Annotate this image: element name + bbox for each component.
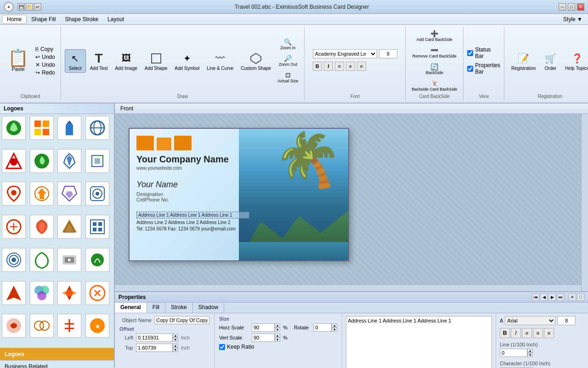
logo-cell-26[interactable] (30, 314, 54, 338)
tab-general[interactable]: General (115, 303, 147, 313)
custom-shape-button[interactable]: Custom Shape (237, 49, 274, 73)
line-spinner-down[interactable]: ▼ (527, 353, 533, 357)
logo-cell-27[interactable] (57, 314, 81, 338)
line-spinner-up[interactable]: ▲ (527, 349, 533, 353)
text-editor[interactable]: Address Line 1 Address Line 1 Address Li… (346, 316, 492, 368)
prop-font-size[interactable] (557, 316, 576, 325)
card-company-name[interactable]: Your Company Name (136, 154, 249, 165)
properties-bar-checkbox[interactable] (467, 66, 473, 72)
undo-button[interactable]: ↩ Undo (34, 53, 57, 61)
align-center-button[interactable]: ≡ (346, 62, 355, 71)
select-button[interactable]: ↖ Select (65, 49, 86, 73)
prop-font-select[interactable]: Arial (505, 316, 555, 325)
tab-fill[interactable]: Fill (147, 303, 165, 313)
logo-cell-9[interactable] (2, 182, 26, 206)
logo-cell-22[interactable] (30, 281, 54, 305)
logo-cell-15[interactable] (57, 215, 81, 239)
horz-spinner-down[interactable]: ▼ (275, 328, 280, 332)
maximize-btn[interactable]: □ (568, 3, 575, 11)
card-address2[interactable]: Address Line 2 Address Line 2 Address Li… (136, 220, 249, 225)
logo-cell-5[interactable] (2, 149, 26, 173)
left-spinner-up[interactable]: ▲ (173, 334, 178, 338)
align-right-button[interactable]: ≡ (357, 62, 366, 71)
registration-button[interactable]: 📝 Registration (508, 49, 539, 73)
top-offset-input[interactable] (136, 344, 173, 352)
card-contact[interactable]: Tel: 1234 5678 Fax: 1234 5679 your@email… (136, 226, 249, 231)
menu-layout[interactable]: Layout (103, 15, 129, 23)
logo-cell-3[interactable] (57, 116, 81, 140)
rotate-spinner-up[interactable]: ▲ (332, 323, 337, 328)
left-offset-input[interactable] (136, 334, 173, 342)
logo-cell-4[interactable] (85, 116, 109, 140)
menu-shape-fill[interactable]: Shape Fill (27, 15, 60, 23)
prop-close[interactable]: ✕ (569, 293, 576, 301)
prop-nav-first[interactable]: ⏮ (532, 293, 539, 301)
prop-align-center-btn[interactable]: ≡ (533, 328, 543, 338)
line-spacing-input[interactable] (500, 349, 527, 357)
paste-button[interactable]: 📋 Paste (4, 47, 33, 74)
prop-align-right-btn[interactable]: ≡ (544, 328, 554, 338)
quick-access-btn[interactable]: 📂 (26, 3, 33, 11)
card-website[interactable]: www.yourwebsite.com (136, 166, 249, 171)
vert-spinner-up[interactable]: ▲ (275, 334, 280, 338)
minimize-btn[interactable]: ─ (559, 3, 566, 11)
logo-cell-2[interactable] (30, 116, 54, 140)
object-name-input[interactable] (154, 316, 209, 324)
italic-button[interactable]: I (324, 62, 333, 71)
font-name-select[interactable]: Academy Engraved Le (313, 49, 377, 58)
add-card-backside-button[interactable]: ➕ Add Card BackSide (409, 29, 459, 43)
horz-scale-input[interactable] (252, 323, 275, 332)
style-dropdown[interactable]: Style ▼ (560, 15, 586, 23)
logo-cell-21[interactable] (2, 281, 26, 305)
horz-spinner-up[interactable]: ▲ (275, 323, 280, 328)
add-shape-button[interactable]: Add Shape (141, 49, 171, 73)
prop-float[interactable]: □ (577, 293, 584, 301)
quick-access-save[interactable]: 💾 (17, 3, 25, 11)
logo-cell-24[interactable] (85, 281, 109, 305)
keep-ratio-label[interactable]: Keep Ratio (219, 344, 254, 350)
backside-card-button[interactable]: 🃏 Backside Card BackSide (409, 78, 459, 93)
logo-cell-8[interactable] (85, 149, 109, 173)
redo-button[interactable]: ↪ Redo (34, 69, 57, 76)
add-symbol-button[interactable]: ✦ Add Symbol (171, 49, 203, 73)
logo-cell-11[interactable] (57, 182, 81, 206)
delete-button[interactable]: ✕ Undo (34, 61, 57, 69)
remove-card-backside-button[interactable]: ➖ Remove Card BackSide (409, 45, 459, 60)
add-image-button[interactable]: 🖼 Add Image (112, 49, 140, 73)
left-spinner-down[interactable]: ▼ (173, 338, 178, 342)
vert-scale-input[interactable] (252, 334, 275, 342)
logo-cell-18[interactable] (30, 248, 54, 272)
vertical-scrollbar[interactable] (581, 114, 588, 291)
status-bar-checkbox-row[interactable]: Status Bar (467, 46, 500, 59)
horizontal-scrollbar[interactable] (115, 284, 581, 291)
logo-cell-28[interactable]: ★ (85, 314, 109, 338)
top-spinner-up[interactable]: ▲ (173, 344, 178, 348)
tab-shadow[interactable]: Shadow (193, 303, 224, 313)
status-bar-checkbox[interactable] (467, 50, 473, 56)
menu-home[interactable]: Home (2, 15, 27, 24)
zoom-out-button[interactable]: 🔎 Zoom Out (275, 53, 300, 68)
business-card[interactable]: 🌴 Your Company Name www.yourwebsite.com … (129, 128, 349, 261)
menu-shape-stroke[interactable]: Shape Stroke (60, 15, 103, 23)
logo-cell-25[interactable] (2, 314, 26, 338)
prop-align-left-btn[interactable]: ≡ (522, 328, 532, 338)
card-address1[interactable]: Address Line 1 Address Line 1 Address Li… (136, 212, 249, 218)
card-name[interactable]: Your Name (136, 180, 249, 190)
logo-cell-12[interactable] (85, 182, 109, 206)
card-phone[interactable]: CellPhone No. (136, 197, 249, 202)
logo-cell-16[interactable] (85, 215, 109, 239)
canvas-scroll[interactable]: 🌴 Your Company Name www.yourwebsite.com … (115, 114, 588, 291)
sidebar-nav-business[interactable]: Business Related (0, 361, 114, 368)
prop-nav-next[interactable]: ▶ (548, 293, 556, 301)
rotate-spinner-down[interactable]: ▼ (332, 328, 337, 332)
logo-cell-20[interactable] (85, 248, 109, 272)
card-designation[interactable]: Designation (136, 191, 249, 197)
logo-cell-6[interactable] (30, 149, 54, 173)
rotate-input[interactable] (313, 323, 332, 332)
logo-cell-10[interactable] (30, 182, 54, 206)
font-size-input[interactable] (379, 49, 397, 58)
logo-cell-17[interactable] (2, 248, 26, 272)
top-spinner-down[interactable]: ▼ (173, 348, 178, 352)
properties-bar-checkbox-row[interactable]: Properties Bar (467, 62, 500, 75)
prop-nav-last[interactable]: ⏭ (557, 293, 564, 301)
